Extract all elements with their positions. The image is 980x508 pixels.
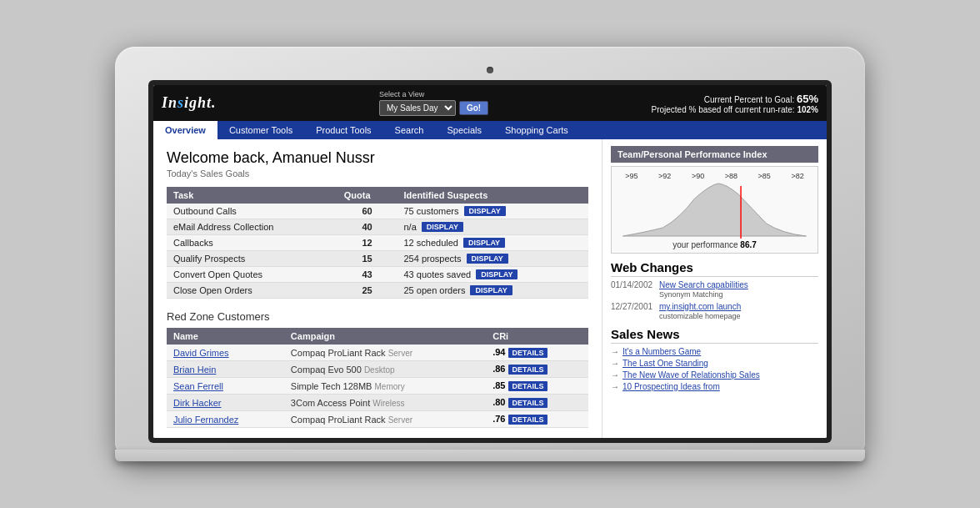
redzone-row: Julio Fernandez Compaq ProLiant Rack Ser… <box>167 411 588 428</box>
header-center: Select a View My Sales Day Go! <box>379 90 488 116</box>
wc-sub: Synonym Matching <box>659 290 723 299</box>
details-button[interactable]: DETAILS <box>508 348 548 358</box>
campaign: Compaq ProLiant Rack Server <box>284 411 486 428</box>
details-button[interactable]: DETAILS <box>508 398 548 408</box>
task-row: Callbacks 12 12 scheduled DISPLAY <box>167 235 588 251</box>
nav-item-customer-tools[interactable]: Customer Tools <box>218 121 304 139</box>
cri: .85 DETAILS <box>486 378 588 395</box>
nav-item-specials[interactable]: Specials <box>435 121 493 139</box>
col-name: Name <box>167 328 284 345</box>
task-quota: 25 <box>338 283 398 299</box>
task-suspects: 254 prospects DISPLAY <box>397 251 588 267</box>
customer-name: Dirk Hacker <box>167 395 284 411</box>
laptop-bottom <box>115 450 865 461</box>
wc-date: 12/27/2001 <box>611 302 654 311</box>
task-name: Callbacks <box>167 235 338 251</box>
task-suspects: n/a DISPLAY <box>397 219 588 235</box>
task-quota: 43 <box>338 267 398 283</box>
details-button[interactable]: DETAILS <box>508 415 548 425</box>
news-link[interactable]: 10 Prospecting Ideas from <box>622 382 720 391</box>
task-name: Convert Open Quotes <box>167 267 338 283</box>
display-button[interactable]: DISPLAY <box>467 254 508 264</box>
wc-content: New Search capabilities Synonym Matching <box>659 280 748 299</box>
task-row: eMail Address Collection 40 n/a DISPLAY <box>167 219 588 235</box>
perf-axis-labels: >95 >92 >90 >88 >85 >82 <box>615 172 814 180</box>
cri: .76 DETAILS <box>486 411 588 428</box>
goal-label: Current Percent to Goal: 65% <box>651 93 818 105</box>
news-link[interactable]: The Last One Standing <box>622 359 708 368</box>
welcome-subtitle: Today's Sales Goals <box>167 168 588 179</box>
campaign: Simple Tech 128MB Memory <box>284 378 486 395</box>
screen-bezel: Insight. Select a View My Sales Day Go! … <box>148 80 832 443</box>
news-item: → The New Wave of Relationship Sales <box>611 370 818 380</box>
cri: .80 DETAILS <box>486 395 588 411</box>
cri: .94 DETAILS <box>486 345 588 361</box>
task-row: Outbound Calls 60 75 customers DISPLAY <box>167 204 588 219</box>
news-arrow-icon: → <box>611 382 619 391</box>
redzone-row: David Grimes Compaq ProLiant Rack Server… <box>167 345 588 361</box>
nav-item-shopping-carts[interactable]: Shopping Carts <box>493 121 580 139</box>
news-link[interactable]: The New Wave of Relationship Sales <box>622 370 760 380</box>
web-changes-list: 01/14/2002 New Search capabilities Synon… <box>611 280 818 320</box>
display-button[interactable]: DISPLAY <box>470 285 512 295</box>
sales-news-heading: Sales News <box>611 327 818 344</box>
task-quota: 40 <box>338 219 398 235</box>
col-suspects: Identified Suspects <box>397 187 588 204</box>
wc-sub: customizable homepage <box>659 312 741 320</box>
col-cri: CRi <box>486 328 588 345</box>
task-quota: 60 <box>338 204 398 219</box>
right-panel: Team/Personal Performance Index >95 >92 … <box>602 139 827 438</box>
task-name: Qualify Prospects <box>167 251 338 267</box>
left-panel: Welcome back, Amanuel Nussr Today's Sale… <box>153 139 602 438</box>
projected-pct: 102% <box>797 105 818 114</box>
details-button[interactable]: DETAILS <box>508 381 548 391</box>
task-name: Close Open Orders <box>167 283 338 299</box>
wc-link[interactable]: my.insight.com launch <box>659 302 741 311</box>
task-row: Qualify Prospects 15 254 prospects DISPL… <box>167 251 588 267</box>
main-content: Welcome back, Amanuel Nussr Today's Sale… <box>153 139 827 438</box>
task-quota: 15 <box>338 251 398 267</box>
task-suspects: 43 quotes saved DISPLAY <box>397 267 588 283</box>
redzone-row: Sean Ferrell Simple Tech 128MB Memory .8… <box>167 378 588 395</box>
news-link[interactable]: It's a Numbers Game <box>622 347 701 356</box>
header-select-row: My Sales Day Go! <box>379 100 488 116</box>
campaign: 3Com Access Point Wireless <box>284 395 486 411</box>
web-change-item: 12/27/2001 my.insight.com launch customi… <box>611 302 818 320</box>
news-arrow-icon: → <box>611 347 619 356</box>
customer-name: David Grimes <box>167 345 284 361</box>
customer-name: Sean Ferrell <box>167 378 284 395</box>
display-button[interactable]: DISPLAY <box>464 206 506 216</box>
news-arrow-icon: → <box>611 359 619 368</box>
task-name: Outbound Calls <box>167 204 338 219</box>
wc-date: 01/14/2002 <box>611 280 654 289</box>
laptop-outer: Insight. Select a View My Sales Day Go! … <box>115 47 865 461</box>
cri: .86 DETAILS <box>486 361 588 378</box>
perf-chart-svg <box>615 182 814 240</box>
news-arrow-icon: → <box>611 370 619 380</box>
header-right: Current Percent to Goal: 65% Projected %… <box>651 93 818 114</box>
sales-news-list: → It's a Numbers Game → The Last One Sta… <box>611 347 818 391</box>
nav-item-search[interactable]: Search <box>383 121 436 139</box>
display-button[interactable]: DISPLAY <box>422 222 463 232</box>
news-item: → It's a Numbers Game <box>611 347 818 356</box>
go-button[interactable]: Go! <box>459 101 488 115</box>
web-change-item: 01/14/2002 New Search capabilities Synon… <box>611 280 818 299</box>
logo: Insight. <box>162 94 217 112</box>
task-table: Task Quota Identified Suspects Outbound … <box>167 187 588 299</box>
display-button[interactable]: DISPLAY <box>463 238 505 248</box>
nav-item-product-tools[interactable]: Product Tools <box>304 121 382 139</box>
details-button[interactable]: DETAILS <box>508 365 548 375</box>
goal-pct: 65% <box>797 93 818 105</box>
select-label: Select a View <box>379 90 424 98</box>
perf-your-performance: your performance 86.7 <box>615 240 814 249</box>
display-button[interactable]: DISPLAY <box>476 269 518 279</box>
task-quota: 12 <box>338 235 398 251</box>
nav-item-overview[interactable]: Overview <box>153 121 218 139</box>
task-suspects: 75 customers DISPLAY <box>397 204 588 219</box>
task-suspects: 25 open orders DISPLAY <box>397 283 588 299</box>
col-quota: Quota <box>338 187 398 204</box>
wc-link[interactable]: New Search capabilities <box>659 280 748 289</box>
redzone-row: Dirk Hacker 3Com Access Point Wireless .… <box>167 395 588 411</box>
news-item: → The Last One Standing <box>611 359 818 368</box>
view-select[interactable]: My Sales Day <box>379 100 456 116</box>
